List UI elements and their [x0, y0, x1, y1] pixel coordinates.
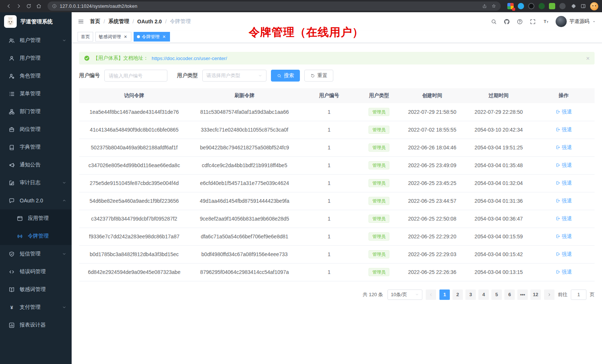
browser-back-button[interactable]	[4, 1, 14, 11]
side-panel-button[interactable]	[578, 1, 588, 11]
tab-close-icon[interactable]: ×	[161, 34, 167, 39]
reset-button[interactable]: 重置	[304, 70, 333, 82]
page-size-select[interactable]: 10条/页	[387, 289, 422, 300]
sidebar-item-sms[interactable]: 短信管理	[0, 245, 72, 263]
user-id-input[interactable]	[104, 70, 167, 82]
sidebar-item-label: 敏感词管理	[20, 286, 66, 293]
extension-icon[interactable]	[539, 3, 545, 9]
cell-user-id: 1	[300, 245, 358, 263]
sidebar-item-dept[interactable]: 部门管理	[0, 103, 72, 120]
page-button-1[interactable]: 1	[439, 289, 450, 300]
cell-access-token: f9336e7c7dd242a283ee98dc86b17a87	[79, 228, 189, 245]
force-logout-button[interactable]: 强退	[556, 126, 572, 133]
column-header: 用户编号	[300, 88, 358, 103]
page-button-6[interactable]: 6	[504, 289, 515, 300]
search-button[interactable]	[491, 19, 497, 25]
user-type-tag: 管理员	[369, 197, 389, 205]
cell-access-token: 54d6be82ee5a460a9aedc1f9bf223656	[79, 192, 189, 210]
breadcrumb-item[interactable]: 首页	[90, 18, 100, 25]
search-button[interactable]: 搜索	[271, 70, 300, 82]
fontsize-button[interactable]	[543, 19, 549, 25]
url-text[interactable]: 127.0.0.1:1024/system/oauth2/token	[60, 4, 479, 9]
sidebar-item-oauth-app[interactable]: 应用管理	[0, 209, 72, 227]
tab-close-icon[interactable]: ×	[123, 34, 128, 39]
browser-profile-avatar[interactable]	[590, 2, 598, 10]
alert-close-icon[interactable]: ×	[586, 55, 590, 62]
extension-icon[interactable]	[507, 3, 514, 9]
extension-icon[interactable]	[528, 3, 534, 9]
sidebar-item-sensitive-word[interactable]: 敏感词管理	[0, 281, 72, 298]
question-button[interactable]	[517, 19, 523, 25]
cell-refresh-token: 9ce8ef2aa9f14056b831ae9b608e28d5	[189, 210, 300, 228]
breadcrumb-separator: /	[104, 19, 105, 24]
app-title: 芋道管理系统	[20, 18, 53, 25]
sidebar-item-report-designer[interactable]: 报表设计器	[0, 316, 72, 334]
force-logout-button[interactable]: 强退	[556, 251, 572, 258]
prev-page-button[interactable]	[426, 289, 436, 300]
user-type-select[interactable]: 请选择用户类型	[202, 70, 266, 82]
fullscreen-button[interactable]	[530, 19, 536, 25]
logout-icon	[556, 198, 560, 203]
page-button-12[interactable]: 12	[530, 289, 541, 300]
sidebar-item-tenant[interactable]: 租户管理	[0, 32, 72, 49]
sidebar-item-label: 角色管理	[20, 73, 66, 79]
force-logout-button[interactable]: 强退	[556, 215, 572, 222]
tab-oauth-token[interactable]: 令牌管理×	[134, 32, 170, 42]
reload-icon	[26, 3, 32, 9]
app-icon	[17, 215, 23, 222]
page-button-5[interactable]: 5	[491, 289, 502, 300]
oauth-icon	[9, 198, 15, 204]
page-button-3[interactable]: 3	[465, 289, 476, 300]
sidebar-item-pay[interactable]: 支付管理	[0, 298, 72, 316]
next-page-button[interactable]	[544, 289, 554, 300]
share-icon[interactable]	[482, 4, 487, 9]
logout-icon	[556, 109, 560, 114]
force-logout-button[interactable]: 强退	[556, 233, 572, 240]
browser-forward-button[interactable]	[14, 1, 24, 11]
sidebar-item-dict[interactable]: 字典管理	[0, 138, 72, 156]
extension-icon[interactable]	[549, 3, 555, 9]
browser-reload-button[interactable]	[24, 1, 34, 11]
github-button[interactable]	[504, 19, 510, 25]
more-pages-button[interactable]: •••	[517, 289, 528, 300]
browser-home-button[interactable]	[34, 1, 44, 11]
sidebar: 芋道管理系统 租户管理用户管理角色管理菜单管理部门管理岗位管理字典管理通知公告审…	[0, 12, 72, 364]
breadcrumb-separator: /	[132, 19, 134, 24]
extensions-puzzle-button[interactable]	[569, 1, 578, 11]
sidebar-item-error-code[interactable]: 错误码管理	[0, 263, 72, 281]
force-logout-button[interactable]: 强退	[556, 109, 572, 115]
force-logout-button[interactable]: 强退	[556, 198, 572, 204]
doc-link[interactable]: https://doc.iocoder.cn/user-center/	[152, 56, 227, 61]
sidebar-item-audit-log[interactable]: 审计日志	[0, 174, 72, 192]
app-logo[interactable]: 芋道管理系统	[0, 12, 72, 31]
force-logout-button[interactable]: 强退	[556, 180, 572, 186]
force-logout-button[interactable]: 强退	[556, 162, 572, 169]
site-info-icon[interactable]	[52, 4, 57, 9]
bookmark-star-icon[interactable]	[491, 4, 496, 9]
address-bar[interactable]: 127.0.0.1:1024/system/oauth2/token	[48, 1, 501, 11]
sidebar-item-role[interactable]: 角色管理	[0, 67, 72, 85]
extension-icon[interactable]	[559, 3, 566, 9]
extension-icon[interactable]	[518, 3, 524, 9]
cell-created-time: 2022-07-02 18:55:55	[400, 121, 465, 139]
sidebar-item-notice[interactable]: 通知公告	[0, 156, 72, 174]
force-logout-button[interactable]: 强退	[556, 144, 572, 151]
sidebar-item-post[interactable]: 岗位管理	[0, 120, 72, 138]
tab-home[interactable]: 首页	[78, 32, 93, 42]
page-button-4[interactable]: 4	[478, 289, 489, 300]
goto-page-input[interactable]	[571, 289, 586, 300]
sidebar-toggle-button[interactable]	[78, 18, 84, 25]
sidebar-item-oauth2[interactable]: OAuth 2.0	[0, 192, 72, 209]
column-header: 操作	[533, 88, 595, 103]
breadcrumb-item[interactable]: 系统管理	[108, 18, 129, 25]
active-tab-dot-icon	[137, 35, 140, 38]
sidebar-item-menu[interactable]: 菜单管理	[0, 85, 72, 103]
breadcrumb-item[interactable]: OAuth 2.0	[137, 19, 162, 24]
user-menu[interactable]: 芋道源码	[556, 16, 596, 27]
sidebar-item-user[interactable]: 用户管理	[0, 49, 72, 67]
tab-sensitive-word[interactable]: 敏感词管理×	[95, 32, 131, 42]
cell-access-token: b0d1785bc3a8482f812db4a3f3bd15ec	[79, 245, 189, 263]
sidebar-item-oauth-token[interactable]: 令牌管理	[0, 227, 72, 245]
force-logout-button[interactable]: 强退	[556, 269, 572, 275]
page-button-2[interactable]: 2	[452, 289, 463, 300]
